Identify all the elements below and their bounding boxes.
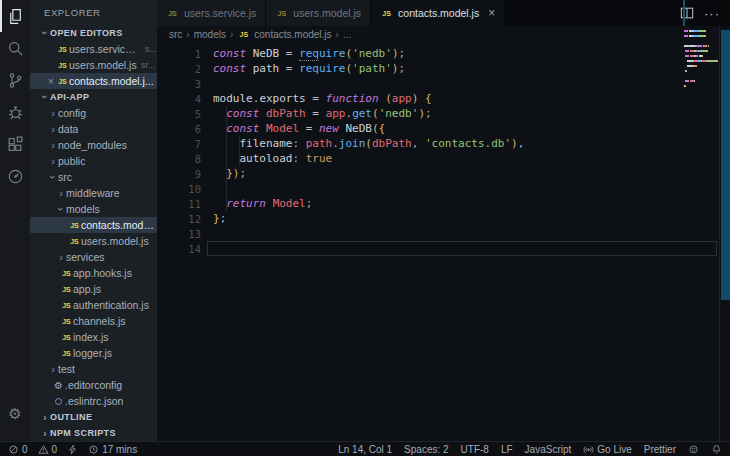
breadcrumb-item-models[interactable]: models (194, 29, 226, 40)
status-code-time-indicator[interactable]: 17 mins (88, 444, 137, 455)
token: ; (399, 47, 406, 60)
token: NeDB (253, 47, 280, 60)
more-actions-button[interactable]: ··· (704, 6, 720, 21)
activity-search-button[interactable] (0, 32, 30, 64)
zap-icon (67, 444, 78, 455)
tree-folder-src[interactable]: ›src (30, 169, 157, 185)
tree-folder-models[interactable]: ›models (30, 201, 157, 217)
token: } (213, 212, 220, 225)
js-file-icon: JS (60, 350, 73, 357)
editor-actions: ··· (680, 0, 730, 26)
js-file-icon: JS (237, 31, 250, 38)
status-warnings-indicator[interactable]: 0 (38, 444, 58, 455)
minimap[interactable] (684, 30, 718, 100)
breadcrumb-item-[interactable]: ... (343, 29, 351, 40)
tree-folder-services[interactable]: ›services (30, 249, 157, 265)
tab-users-service-js[interactable]: JSusers.service.js (157, 0, 266, 26)
breadcrumb-item-contacts-model-js[interactable]: contacts.model.js (254, 29, 331, 40)
tree-item-label: users.model.js (81, 235, 149, 247)
tree-folder-config[interactable]: ›config (30, 105, 157, 121)
status-errors-indicator[interactable]: 0 (8, 444, 28, 455)
status-indentation[interactable]: Spaces: 2 (404, 444, 448, 455)
tree-file-authentication-js[interactable]: JSauthentication.js (30, 297, 157, 313)
open-editor-item-contacts-model-j[interactable]: ×JScontacts.model.j... (30, 73, 157, 89)
project-section-header[interactable]: ›API-APP (30, 89, 157, 105)
activity-settings-gear-button[interactable]: ⚙ (0, 397, 30, 429)
breadcrumb-separator: › (336, 29, 339, 40)
tree-file-contacts-model-js[interactable]: JScontacts.model.js (30, 217, 157, 233)
token: Model (266, 122, 299, 135)
tree-folder-middleware[interactable]: ›middleware (30, 185, 157, 201)
js-file-icon: JS (60, 286, 73, 293)
status-notifications[interactable] (711, 444, 722, 455)
token (266, 197, 273, 210)
section-header-npm-scripts[interactable]: ›NPM SCRIPTS (30, 425, 157, 441)
token: ; (425, 107, 432, 120)
code-area[interactable]: 1const NeDB = require('nedb');2const pat… (157, 42, 730, 441)
code-text: autoload: true (213, 152, 332, 165)
tree-file-index-js[interactable]: JSindex.js (30, 329, 157, 345)
status-go-live[interactable]: Go Live (583, 444, 631, 455)
activity-time-gauge-button[interactable] (0, 160, 30, 192)
code-line-10: 10 (157, 181, 730, 196)
token: app (326, 107, 346, 120)
status-zap-indicator[interactable] (67, 444, 78, 455)
tree-file-eslintrc-json[interactable]: .eslintrc.json (30, 393, 157, 409)
activity-source-control-button[interactable] (0, 64, 30, 96)
minimap-line (684, 30, 718, 32)
tree-item-label: logger.js (73, 347, 112, 359)
tree-folder-test[interactable]: ›test (30, 361, 157, 377)
tree-item-label: app.hooks.js (73, 267, 132, 279)
breadcrumb-item-src[interactable]: src (169, 29, 182, 40)
tree-file-users-model-js[interactable]: JSusers.model.js (30, 233, 157, 249)
gear-file-icon: ⚙ (52, 380, 65, 391)
tree-folder-public[interactable]: ›public (30, 153, 157, 169)
status-feedback[interactable] (688, 444, 699, 455)
tree-item-label: config (58, 107, 86, 119)
token: { (425, 92, 432, 105)
minimap-line (684, 45, 718, 47)
tree-file-app-js[interactable]: JSapp.js (30, 281, 157, 297)
token (213, 107, 226, 120)
section-header-outline[interactable]: ›OUTLINE (30, 409, 157, 425)
tree-file-channels-js[interactable]: JSchannels.js (30, 313, 157, 329)
token: NeDB (346, 122, 373, 135)
activity-extensions-button[interactable] (0, 128, 30, 160)
tab-users-model-js[interactable]: JSusers.model.js (266, 0, 371, 26)
token (246, 62, 253, 75)
tree-file-editorconfig[interactable]: ⚙.editorconfig (30, 377, 157, 393)
tab-bar-divider (683, 0, 685, 26)
tree-file-app-hooks-js[interactable]: JSapp.hooks.js (30, 265, 157, 281)
code-line-9: 9 }); (157, 166, 730, 181)
js-file-icon: JS (60, 334, 73, 341)
token: true (306, 152, 333, 165)
token: ( (372, 107, 379, 120)
status-encoding[interactable]: UTF-8 (461, 444, 489, 455)
close-icon[interactable]: × (488, 6, 495, 20)
open-editor-item-users-model-js[interactable]: JSusers.model.jssr... (30, 57, 157, 73)
token (213, 122, 226, 135)
scrollbar-slider[interactable] (721, 30, 730, 300)
status-language-mode[interactable]: JavaScript (525, 444, 572, 455)
line-number: 11 (157, 198, 201, 210)
js-file-icon: JS (56, 62, 69, 69)
tab-contacts-model-js[interactable]: JScontacts.model.js× (371, 0, 505, 26)
tree-file-logger-js[interactable]: JSlogger.js (30, 345, 157, 361)
breadcrumb[interactable]: src›models›JScontacts.model.js›... (157, 26, 730, 42)
minimap-line (684, 90, 718, 92)
token: = (306, 107, 326, 120)
tree-folder-data[interactable]: ›data (30, 121, 157, 137)
code-line-5: 5 const dbPath = app.get('nedb'); (157, 106, 730, 121)
activity-debug-button[interactable] (0, 96, 30, 128)
minimap-line (684, 60, 718, 62)
token: const (226, 122, 259, 135)
open-editor-item-users-service-js[interactable]: JSusers.service.jss... (30, 41, 157, 57)
status-eol[interactable]: LF (501, 444, 513, 455)
tree-item-label: src (58, 171, 72, 183)
status-prettier[interactable]: Prettier (644, 444, 676, 455)
activity-explorer-button[interactable] (0, 0, 30, 32)
tree-folder-node-modules[interactable]: ›node_modules (30, 137, 157, 153)
status-cursor-position[interactable]: Ln 14, Col 1 (338, 444, 392, 455)
close-icon[interactable]: × (46, 75, 56, 87)
open-editors-section-header[interactable]: ›OPEN EDITORS (30, 25, 157, 41)
